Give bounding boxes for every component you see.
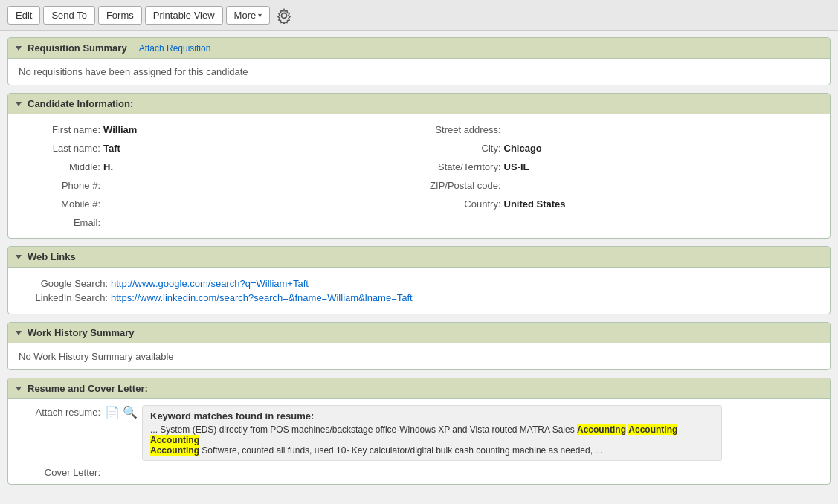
resume-header: Resume and Cover Letter:: [8, 378, 830, 399]
street-row: Street address:: [419, 122, 820, 138]
state-label: State/Territory:: [419, 161, 501, 172]
candidate-header: Candidate Information:: [8, 94, 830, 114]
middle-value: H.: [103, 161, 113, 172]
main-content: Requisition Summary Attach Requisition N…: [0, 31, 838, 498]
web-links-body: Google Search: http://www.google.com/sea…: [8, 268, 830, 314]
keyword-highlight-1: Accounting: [577, 424, 626, 435]
document-icon[interactable]: 📄: [105, 405, 120, 419]
attach-resume-row: Attach resume: 📄 🔍 Keyword matches found…: [19, 405, 819, 461]
requisition-header: Requisition Summary Attach Requisition: [8, 38, 830, 59]
phone-row: Phone #:: [19, 178, 419, 193]
google-search-row: Google Search: http://www.google.com/sea…: [19, 278, 819, 289]
first-name-row: First name: William: [19, 122, 419, 138]
edit-button[interactable]: Edit: [7, 6, 40, 25]
linkedin-search-link[interactable]: https://www.linkedin.com/search?search=&…: [111, 292, 413, 303]
requisition-toggle-icon[interactable]: [16, 46, 22, 51]
zip-row: ZIP/Postal code:: [419, 178, 820, 193]
cover-letter-label: Cover Letter:: [19, 467, 100, 478]
candidate-left-col: First name: William Last name: Taft Midd…: [19, 122, 419, 230]
svg-point-0: [282, 13, 287, 18]
resume-toggle-icon[interactable]: [16, 387, 22, 391]
resume-body: Attach resume: 📄 🔍 Keyword matches found…: [8, 399, 830, 484]
keyword-content: ... System (EDS) directly from POS machi…: [150, 424, 714, 456]
work-history-body: No Work History Summary available: [8, 343, 830, 369]
candidate-info-grid: First name: William Last name: Taft Midd…: [19, 122, 819, 230]
google-search-label: Google Search:: [19, 278, 108, 289]
email-row: Email:: [19, 215, 419, 230]
candidate-title: Candidate Information:: [28, 98, 133, 109]
keyword-text-after: Software, counted all funds, used 10- Ke…: [199, 445, 602, 456]
more-dropdown-arrow: ▾: [258, 11, 262, 19]
first-name-value: William: [103, 124, 137, 135]
web-links-header: Web Links: [8, 247, 830, 268]
web-links-toggle-icon[interactable]: [16, 255, 22, 259]
work-history-no-data: No Work History Summary available: [19, 351, 819, 362]
web-links-title: Web Links: [28, 251, 76, 262]
street-label: Street address:: [419, 124, 501, 135]
city-label: City:: [419, 143, 501, 154]
state-value: US-IL: [504, 161, 529, 172]
resume-icons: 📄 🔍: [105, 405, 138, 419]
printable-view-button[interactable]: Printable View: [145, 6, 223, 25]
requisition-title: Requisition Summary: [28, 42, 127, 54]
settings-gear-icon[interactable]: [276, 7, 292, 24]
last-name-label: Last name:: [19, 143, 100, 154]
mobile-row: Mobile #:: [19, 196, 419, 212]
last-name-row: Last name: Taft: [19, 140, 419, 156]
middle-row: Middle: H.: [19, 159, 419, 175]
resume-title: Resume and Cover Letter:: [28, 383, 148, 394]
keyword-title: Keyword matches found in resume:: [150, 410, 714, 421]
keyword-highlight-4: Accounting: [150, 445, 199, 456]
send-to-button[interactable]: Send To: [43, 6, 94, 25]
candidate-body: First name: William Last name: Taft Midd…: [8, 114, 830, 238]
linkedin-search-row: LinkedIn Search: https://www.linkedin.co…: [19, 292, 819, 303]
toolbar: Edit Send To Forms Printable View More ▾: [0, 0, 838, 31]
requisition-no-data: No requisitions have been assigned for t…: [19, 66, 819, 77]
phone-label: Phone #:: [19, 180, 100, 191]
more-button[interactable]: More ▾: [226, 6, 271, 25]
work-history-section: Work History Summary No Work History Sum…: [7, 322, 831, 370]
keyword-highlight-2: Accounting: [628, 424, 677, 435]
city-value: Chicago: [504, 143, 542, 154]
candidate-right-col: Street address: City: Chicago State/Terr…: [419, 122, 820, 230]
country-label: Country:: [419, 198, 501, 210]
resume-section: Resume and Cover Letter: Attach resume: …: [7, 378, 831, 485]
linkedin-search-label: LinkedIn Search:: [19, 292, 108, 303]
mobile-label: Mobile #:: [19, 198, 100, 210]
email-label: Email:: [19, 217, 100, 228]
cover-letter-row: Cover Letter:: [19, 467, 819, 478]
web-links-grid: Google Search: http://www.google.com/sea…: [19, 275, 819, 306]
forms-button[interactable]: Forms: [98, 6, 142, 25]
country-value: United States: [504, 198, 566, 210]
candidate-toggle-icon[interactable]: [16, 102, 22, 106]
zip-label: ZIP/Postal code:: [419, 180, 501, 191]
keyword-highlight-3: Accounting: [150, 435, 199, 445]
keyword-text-before: ... System (EDS) directly from POS machi…: [150, 424, 577, 435]
requisition-section: Requisition Summary Attach Requisition N…: [7, 37, 831, 85]
attach-requisition-link[interactable]: Attach Requisition: [139, 43, 211, 54]
country-row: Country: United States: [419, 196, 820, 212]
city-row: City: Chicago: [419, 140, 820, 156]
web-links-section: Web Links Google Search: http://www.goog…: [7, 246, 831, 314]
state-row: State/Territory: US-IL: [419, 159, 820, 175]
middle-label: Middle:: [19, 161, 100, 172]
google-search-link[interactable]: http://www.google.com/search?q=William+T…: [111, 278, 309, 289]
last-name-value: Taft: [103, 143, 120, 154]
candidate-section: Candidate Information: First name: Willi…: [7, 93, 831, 239]
first-name-label: First name:: [19, 124, 100, 135]
keyword-box: Keyword matches found in resume: ... Sys…: [142, 405, 722, 461]
attach-resume-label: Attach resume:: [19, 405, 100, 418]
work-history-header: Work History Summary: [8, 323, 830, 343]
search-icon[interactable]: 🔍: [123, 405, 138, 419]
work-history-toggle-icon[interactable]: [16, 331, 22, 335]
requisition-body: No requisitions have been assigned for t…: [8, 59, 830, 85]
work-history-title: Work History Summary: [28, 327, 135, 338]
